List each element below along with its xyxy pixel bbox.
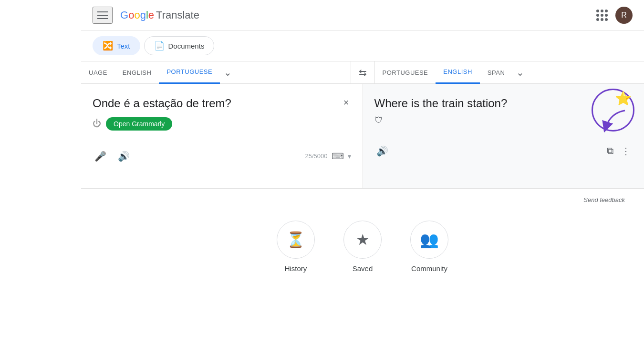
community-icon: 👥 [420,231,439,249]
target-portuguese-item[interactable]: PORTUGUESE [375,61,436,84]
clear-source-button[interactable]: × [342,95,351,110]
source-language-dropdown[interactable]: ⌄ [220,67,236,78]
source-panel: Onde é a estação de trem? × ⏻ Open Gramm… [81,84,363,188]
translation-area: Onde é a estação de trem? × ⏻ Open Gramm… [81,84,644,189]
history-action[interactable]: ⏳ History [277,221,315,273]
history-circle: ⏳ [277,221,315,259]
keyboard-icon[interactable]: ⌨ [332,151,344,162]
tab-bar: 🔀 Text 📄 Documents [81,30,644,61]
header-left: Google Translate [93,7,199,24]
grammarly-bar: ⏻ Open Grammarly [93,117,351,131]
tab-documents-label: Documents [168,42,205,50]
target-language-dropdown[interactable]: ⌄ [512,67,528,78]
language-bar: UAGE ENGLISH PORTUGUESE ⌄ ⇆ PORTUGUESE E… [81,61,644,84]
target-language-section: PORTUGUESE ENGLISH SPAN ⌄ [375,61,644,84]
source-text[interactable]: Onde é a estação de trem? [93,95,338,111]
open-grammarly-button[interactable]: Open Grammarly [106,117,172,131]
text-tab-icon: 🔀 [103,40,113,51]
speaker-button[interactable]: 🔊 [116,149,132,164]
char-count-value: 25/5000 [305,152,328,160]
saved-action[interactable]: ★ Saved [343,221,382,273]
source-language-section: UAGE ENGLISH PORTUGUESE ⌄ [81,61,351,84]
target-english-item[interactable]: ENGLISH [436,61,480,84]
header: Google Translate R [81,0,644,30]
bottom-section: Send feedback ⏳ History ★ Saved 👥 Commun… [81,189,644,292]
more-options-button[interactable]: ⋮ [619,143,633,159]
history-label: History [285,264,307,273]
target-text: Where is the train station? [374,95,508,111]
source-action-icons: 🎤 🔊 [93,149,132,164]
target-speaker-button[interactable]: 🔊 [374,143,390,159]
char-count: 25/5000 ⌨ ▾ [305,151,351,162]
target-footer: 🔊 ⧉ ⋮ [374,140,633,159]
grammarly-power-icon[interactable]: ⏻ [93,119,101,129]
source-english-item[interactable]: ENGLISH [115,61,159,84]
saved-circle: ★ [343,221,382,259]
source-footer: 🎤 🔊 25/5000 ⌨ ▾ [93,145,351,164]
target-action-icons: 🔊 [374,143,390,159]
user-avatar[interactable]: R [615,7,633,24]
apps-grid-button[interactable] [596,10,608,21]
header-right: R [596,7,633,24]
community-action[interactable]: 👥 Community [410,221,448,273]
source-text-row: Onde é a estação de trem? × [93,95,351,111]
menu-button[interactable] [93,7,113,24]
saved-icon: ★ [356,231,370,249]
send-feedback-link[interactable]: Send feedback [93,196,633,209]
target-text-row: Where is the train station? [374,95,633,111]
tab-documents[interactable]: 📄 Documents [144,36,215,55]
logo: Google Translate [120,9,199,21]
copy-button[interactable]: ⧉ [605,143,615,158]
microphone-button[interactable]: 🎤 [93,149,108,164]
shield-icon: 🛡 [374,115,633,125]
community-circle: 👥 [410,221,448,259]
source-portuguese-item[interactable]: PORTUGUESE [159,61,220,84]
keyboard-dropdown-icon[interactable]: ▾ [348,152,351,160]
community-label: Community [411,264,447,273]
history-icon: ⏳ [286,231,305,249]
target-right-icons: ⧉ ⋮ [605,143,633,159]
saved-label: Saved [353,264,373,273]
detect-language-item[interactable]: UAGE [81,61,115,84]
documents-tab-icon: 📄 [154,40,165,51]
quick-actions: ⏳ History ★ Saved 👥 Community [93,209,633,284]
sidebar [0,0,81,354]
tab-text-label: Text [117,42,130,50]
target-panel: Where is the train station? ⭐ 🛡 🔊 ⧉ [363,84,644,188]
translate-wordmark: Translate [156,9,199,21]
swap-languages-button[interactable]: ⇆ [351,61,375,84]
google-wordmark: Google [120,9,154,21]
target-spanish-item[interactable]: SPAN [480,61,512,84]
tab-text[interactable]: 🔀 Text [93,36,140,55]
